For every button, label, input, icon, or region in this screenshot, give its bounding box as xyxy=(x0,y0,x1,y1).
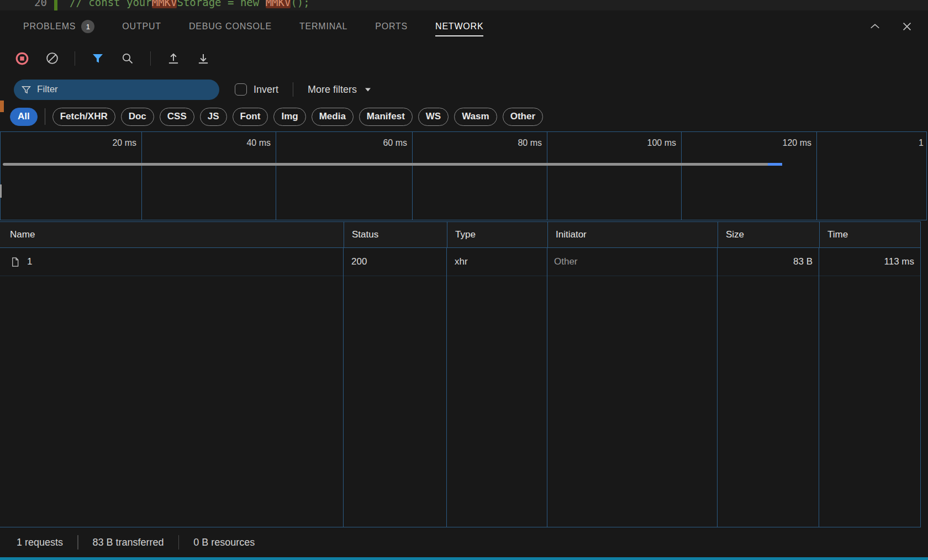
code-segment: = new xyxy=(222,0,266,8)
chip-other[interactable]: Other xyxy=(503,108,543,126)
request-initiator-cell: Other xyxy=(547,248,718,276)
column-header-status[interactable]: Status xyxy=(344,222,447,247)
transferred-size: 83 B transferred xyxy=(93,537,164,548)
timeline-load-bar xyxy=(3,163,768,166)
invert-checkbox[interactable] xyxy=(235,83,247,96)
column-header-time[interactable]: Time xyxy=(819,222,921,247)
column-header-size[interactable]: Size xyxy=(718,222,819,247)
git-gutter-indicator xyxy=(54,0,57,10)
problems-badge: 1 xyxy=(81,20,94,33)
panel-tab-bar: PROBLEMS 1 OUTPUT DEBUG CONSOLE TERMINAL… xyxy=(0,10,928,43)
requests-table-body: 1 200 xhr Other 83 B 113 ms xyxy=(0,248,921,527)
more-filters-label: More filters xyxy=(308,84,357,96)
more-filters-button[interactable]: More filters xyxy=(308,84,372,96)
tab-output[interactable]: OUTPUT xyxy=(122,10,161,43)
timeline-domcontent-marker xyxy=(768,163,782,166)
network-status-bar: 1 requests 83 B transferred 0 B resource… xyxy=(0,527,928,557)
status-divider xyxy=(77,535,78,550)
tab-label: PROBLEMS xyxy=(23,22,76,31)
record-icon[interactable] xyxy=(15,51,29,66)
search-icon[interactable] xyxy=(120,51,135,66)
timeline-tick-label: 60 ms xyxy=(341,138,407,148)
import-har-icon[interactable] xyxy=(166,51,181,66)
clear-icon[interactable] xyxy=(45,51,59,66)
invert-label[interactable]: Invert xyxy=(254,84,278,96)
timeline-gridline xyxy=(816,132,817,220)
request-name-cell: 1 xyxy=(0,248,344,276)
tab-label: OUTPUT xyxy=(122,22,161,31)
request-type-cell: xhr xyxy=(447,248,547,276)
status-divider xyxy=(178,535,180,550)
column-divider xyxy=(819,248,819,527)
chip-doc[interactable]: Doc xyxy=(121,108,154,126)
panel-controls xyxy=(868,10,914,43)
close-icon[interactable] xyxy=(900,20,914,33)
chip-css[interactable]: CSS xyxy=(160,108,194,126)
timeline-tick-label: 80 ms xyxy=(476,138,542,148)
chip-fetch-xhr[interactable]: Fetch/XHR xyxy=(52,108,115,126)
resources-size: 0 B resources xyxy=(193,537,255,548)
code-segment-highlight: MMKV xyxy=(152,0,177,8)
chip-ws[interactable]: WS xyxy=(418,108,449,126)
timeline-tick-label: 1 xyxy=(919,138,928,148)
network-overview-timeline[interactable]: 20 ms 40 ms 60 ms 80 ms 100 ms 120 ms 1 xyxy=(0,131,927,220)
requests-table-header: Name Status Type Initiator Size Time xyxy=(0,221,921,248)
toolbar-divider xyxy=(150,51,151,66)
requests-count: 1 requests xyxy=(17,537,63,548)
funnel-icon xyxy=(22,85,31,94)
export-har-icon[interactable] xyxy=(196,51,210,66)
column-divider xyxy=(343,248,344,527)
chip-font[interactable]: Font xyxy=(233,108,268,126)
resource-type-filter: All Fetch/XHR Doc CSS JS Font Img Media … xyxy=(0,104,928,129)
tab-label: DEBUG CONSOLE xyxy=(189,22,272,31)
timeline-gridline xyxy=(276,132,276,220)
timeline-tick-label: 40 ms xyxy=(204,138,271,148)
left-edge-marker xyxy=(0,101,4,112)
timeline-gridline xyxy=(547,132,547,220)
tab-label: NETWORK xyxy=(435,22,483,31)
tab-network[interactable]: NETWORK xyxy=(435,10,483,43)
chip-media[interactable]: Media xyxy=(312,108,354,126)
tab-ports[interactable]: PORTS xyxy=(375,10,408,43)
panel-bottom-border xyxy=(0,557,928,560)
request-time-cell: 113 ms xyxy=(819,248,921,276)
timeline-gridline xyxy=(412,132,413,220)
line-number: 20 xyxy=(34,0,47,9)
column-header-type[interactable]: Type xyxy=(447,222,547,247)
timeline-gridline xyxy=(681,132,682,220)
table-row[interactable]: 1 200 xhr Other 83 B 113 ms xyxy=(0,248,920,276)
toolbar-divider xyxy=(75,51,75,66)
filter-input[interactable]: Filter xyxy=(14,80,219,100)
code-segment-highlight: MMKV xyxy=(266,0,291,8)
filter-row-divider xyxy=(293,82,293,97)
column-divider xyxy=(446,248,447,527)
filter-icon[interactable] xyxy=(91,51,105,66)
column-divider xyxy=(717,248,718,527)
code-line: // const yourMMKVStorage = new MMKV(); xyxy=(70,0,310,9)
tab-terminal[interactable]: TERMINAL xyxy=(299,10,347,43)
file-icon xyxy=(10,257,20,267)
column-divider xyxy=(547,248,547,527)
request-size-cell: 83 B xyxy=(718,248,819,276)
tab-label: TERMINAL xyxy=(299,22,347,31)
left-edge-tick xyxy=(0,184,2,198)
tab-debug-console[interactable]: DEBUG CONSOLE xyxy=(189,10,272,43)
code-segment: // const your xyxy=(70,0,152,8)
chip-wasm[interactable]: Wasm xyxy=(454,108,497,126)
timeline-gridline xyxy=(141,132,142,220)
chip-manifest[interactable]: Manifest xyxy=(359,108,413,126)
editor-strip: 20 // const yourMMKVStorage = new MMKV()… xyxy=(0,0,928,10)
request-name: 1 xyxy=(27,256,32,267)
timeline-tick-label: 120 ms xyxy=(745,138,811,148)
tab-problems[interactable]: PROBLEMS 1 xyxy=(23,10,94,43)
code-segment: Storage xyxy=(177,0,221,8)
network-toolbar xyxy=(0,43,928,74)
column-header-name[interactable]: Name xyxy=(0,222,344,247)
chip-all[interactable]: All xyxy=(10,108,38,126)
chip-divider xyxy=(45,108,45,125)
request-status-cell: 200 xyxy=(344,248,447,276)
chip-img[interactable]: Img xyxy=(273,108,305,126)
chevron-up-icon[interactable] xyxy=(868,20,882,33)
column-header-initiator[interactable]: Initiator xyxy=(547,222,718,247)
chip-js[interactable]: JS xyxy=(200,108,227,126)
